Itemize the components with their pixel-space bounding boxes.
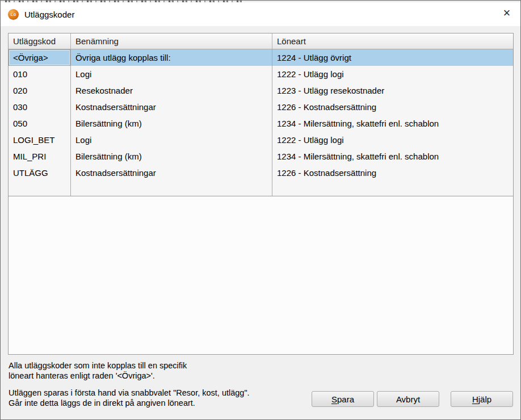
table-empty-area: [9, 196, 513, 354]
table-row[interactable]: 010 Logi 1222 - Utlägg logi: [9, 66, 513, 82]
help-button[interactable]: Hjälp: [451, 391, 513, 407]
cell-utlaggskod[interactable]: MIL_PRI: [9, 148, 71, 165]
cell-benamning[interactable]: Bilersättning (km): [71, 148, 272, 165]
cell-utlaggskod[interactable]: 020: [9, 82, 71, 99]
cell-benamning[interactable]: Logi: [71, 132, 272, 148]
cell-benamning[interactable]: Bilersättning (km): [71, 115, 272, 132]
empty-table-row: [9, 181, 513, 196]
cell-benamning[interactable]: Kostnadsersättningar: [71, 99, 272, 115]
cell-loneart[interactable]: 1222 - Utlägg logi: [272, 66, 513, 82]
cell-utlaggskod[interactable]: 030: [9, 99, 71, 115]
table-row[interactable]: UTLÄGG Kostnadsersättningar 1226 - Kostn…: [9, 165, 513, 181]
table-header: Utläggskod Benämning Löneart: [9, 33, 513, 49]
save-button[interactable]: Spara: [312, 391, 374, 407]
column-header-utlaggskod[interactable]: Utläggskod: [9, 33, 71, 49]
close-icon[interactable]: ×: [501, 8, 513, 20]
cell-utlaggskod[interactable]: 050: [9, 115, 71, 132]
cell-utlaggskod[interactable]: 010: [9, 66, 71, 82]
cell-loneart[interactable]: 1224 - Utlägg övrigt: [272, 49, 513, 66]
cell-loneart[interactable]: 1234 - Milersättning, skattefri enl. sch…: [272, 115, 513, 132]
cell-utlaggskod[interactable]: LOGI_BET: [9, 132, 71, 148]
cell-loneart[interactable]: 1223 - Utlägg resekostnader: [272, 82, 513, 99]
table-row[interactable]: <Övriga> Övriga utlägg kopplas till: 122…: [9, 49, 513, 66]
table-row[interactable]: LOGI_BET Logi 1222 - Utlägg logi: [9, 132, 513, 148]
column-header-benamning[interactable]: Benämning: [71, 33, 272, 49]
column-header-loneart[interactable]: Löneart: [272, 33, 513, 49]
dialog-title: Utläggskoder: [24, 10, 74, 19]
cell-loneart[interactable]: 1222 - Utlägg logi: [272, 132, 513, 148]
cell-utlaggskod[interactable]: UTLÄGG: [9, 165, 71, 181]
cell-loneart[interactable]: 1226 - Kostnadsersättning: [272, 99, 513, 115]
utlaggskoder-dialog: Lö Utläggskoder × Utläggskod Benämning L…: [0, 0, 521, 420]
cell-utlaggskod[interactable]: <Övriga>: [9, 49, 71, 66]
cell-benamning[interactable]: Övriga utlägg kopplas till:: [71, 49, 272, 66]
note-ovriga-rule: Alla utläggskoder som inte kopplas till …: [9, 360, 187, 381]
table-row[interactable]: 050 Bilersättning (km) 1234 - Milersättn…: [9, 115, 513, 132]
table-row[interactable]: 020 Resekostnader 1223 - Utlägg resekost…: [9, 82, 513, 99]
table-row[interactable]: MIL_PRI Bilersättning (km) 1234 - Milers…: [9, 148, 513, 165]
lon-app-icon: Lö: [8, 9, 19, 20]
cell-benamning[interactable]: Resekostnader: [71, 82, 272, 99]
note-save-behavior: Utläggen sparas i första hand via snabbv…: [9, 388, 250, 408]
cell-benamning[interactable]: Kostnadsersättningar: [71, 165, 272, 181]
expense-codes-table: Utläggskod Benämning Löneart <Övriga> Öv…: [8, 33, 514, 355]
cell-benamning[interactable]: Logi: [71, 66, 272, 82]
titlebar[interactable]: Lö Utläggskoder ×: [1, 2, 520, 26]
table-row[interactable]: 030 Kostnadsersättningar 1226 - Kostnads…: [9, 99, 513, 115]
cell-loneart[interactable]: 1226 - Kostnadsersättning: [272, 165, 513, 181]
cancel-button[interactable]: Avbryt: [377, 391, 439, 407]
cell-loneart[interactable]: 1234 - Milersättning, skattefri enl. sch…: [272, 148, 513, 165]
